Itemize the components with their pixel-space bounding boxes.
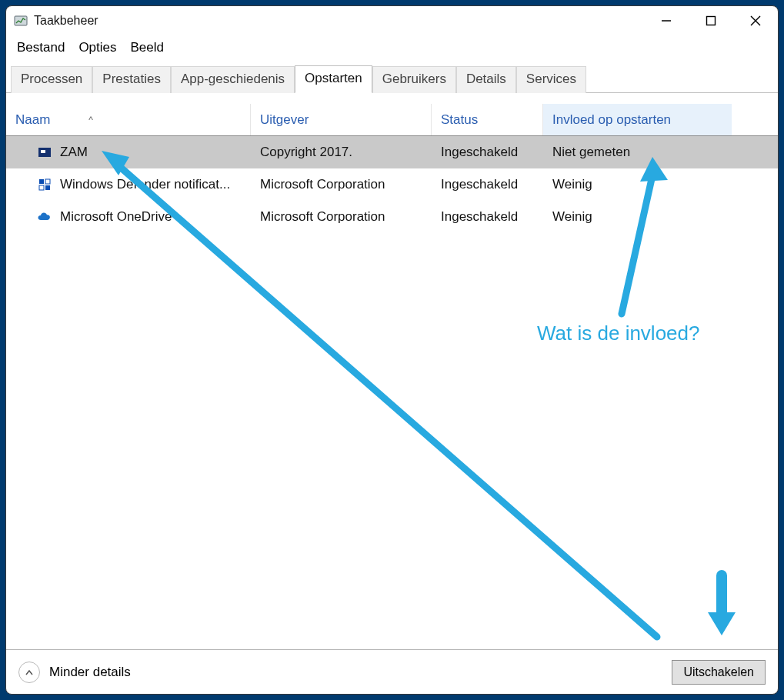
header-name[interactable]: Naam ^: [6, 104, 251, 135]
window-controls: [644, 6, 778, 35]
tab-processes[interactable]: Processen: [11, 66, 92, 93]
window-title: Taakbeheer: [34, 14, 98, 28]
header-publisher[interactable]: Uitgever: [251, 104, 432, 135]
table-row[interactable]: Windows Defender notificat... Microsoft …: [6, 168, 778, 201]
row-name: ZAM: [60, 145, 88, 160]
tab-performance[interactable]: Prestaties: [92, 66, 171, 93]
disable-button[interactable]: Uitschakelen: [672, 660, 766, 685]
svg-rect-10: [45, 185, 50, 190]
footer: Minder details Uitschakelen: [6, 649, 778, 694]
menu-file[interactable]: Bestand: [12, 37, 72, 58]
onedrive-icon: [37, 209, 52, 225]
close-button[interactable]: [733, 6, 778, 35]
fewer-details-label[interactable]: Minder details: [49, 665, 131, 680]
header-impact-label: Invloed op opstarten: [552, 112, 671, 128]
maximize-button[interactable]: [689, 6, 733, 35]
tab-details[interactable]: Details: [456, 66, 516, 93]
svg-rect-7: [39, 179, 44, 184]
header-status[interactable]: Status: [432, 104, 543, 135]
svg-rect-9: [39, 185, 44, 190]
row-impact: Weinig: [543, 209, 732, 225]
svg-rect-6: [41, 150, 45, 153]
taskmanager-icon: [14, 14, 28, 28]
row-name: Microsoft OneDrive: [60, 209, 172, 225]
tabstrip: Processen Prestaties App-geschiedenis Op…: [6, 60, 778, 93]
header-impact[interactable]: Invloed op opstarten: [543, 104, 732, 135]
tab-services[interactable]: Services: [516, 66, 586, 93]
header-name-label: Naam: [15, 112, 50, 128]
table-row[interactable]: ZAM Copyright 2017. Ingeschakeld Niet ge…: [6, 136, 778, 168]
table-row[interactable]: Microsoft OneDrive Microsoft Corporation…: [6, 201, 778, 233]
row-status: Ingeschakeld: [432, 209, 543, 225]
titlebar: Taakbeheer: [6, 6, 778, 35]
zam-icon: [37, 145, 52, 160]
sort-asc-icon: ^: [88, 115, 93, 125]
minimize-button[interactable]: [644, 6, 689, 35]
startup-list: ZAM Copyright 2017. Ingeschakeld Niet ge…: [6, 136, 778, 649]
row-publisher: Microsoft Corporation: [251, 177, 432, 192]
row-publisher: Copyright 2017.: [251, 145, 432, 160]
svg-rect-8: [45, 179, 50, 184]
menu-options[interactable]: Opties: [74, 37, 124, 58]
menubar: Bestand Opties Beeld: [6, 35, 778, 60]
tab-apphistory[interactable]: App-geschiedenis: [171, 66, 295, 93]
row-status: Ingeschakeld: [432, 177, 543, 192]
tab-users[interactable]: Gebruikers: [372, 66, 456, 93]
row-name: Windows Defender notificat...: [60, 177, 230, 192]
svg-rect-2: [707, 17, 716, 25]
shield-icon: [37, 177, 52, 192]
row-status: Ingeschakeld: [432, 145, 543, 160]
fewer-details-toggle[interactable]: [18, 662, 40, 683]
tab-startup[interactable]: Opstarten: [295, 65, 372, 93]
header-publisher-label: Uitgever: [260, 112, 309, 128]
chevron-up-icon: [25, 668, 34, 677]
annotation-text: Wat is de invloed?: [537, 322, 699, 345]
row-impact: Weinig: [543, 177, 732, 192]
row-publisher: Microsoft Corporation: [251, 209, 432, 225]
task-manager-window: Taakbeheer Bestand Opties Beeld Processe…: [5, 5, 779, 695]
svg-rect-0: [15, 16, 27, 25]
header-status-label: Status: [441, 112, 478, 128]
row-impact: Niet gemeten: [543, 145, 732, 160]
column-headers: Naam ^ Uitgever Status Invloed op opstar…: [6, 104, 778, 136]
menu-view[interactable]: Beeld: [126, 37, 172, 58]
